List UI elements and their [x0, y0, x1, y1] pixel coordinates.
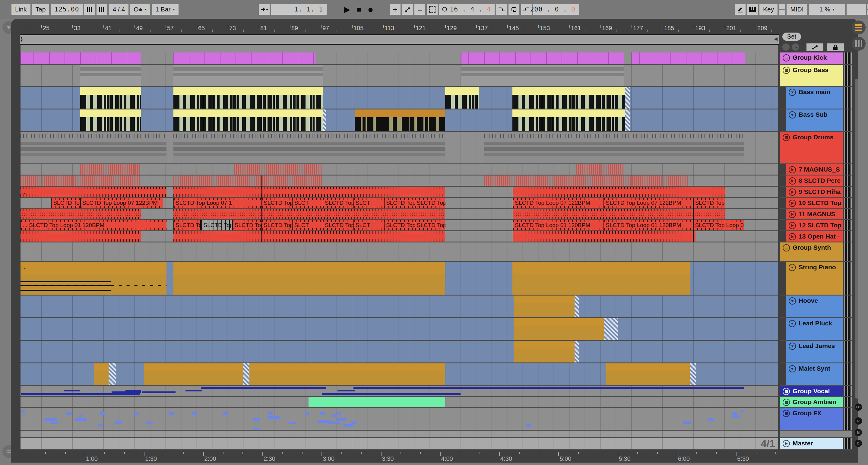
track-name-cell[interactable]: Group Ambien: [780, 397, 843, 407]
clip-rdot[interactable]: [174, 209, 445, 219]
track-name-cell[interactable]: 12 SLCTD Top: [786, 220, 843, 230]
track-header-group-drums[interactable]: Group Drums: [780, 132, 852, 164]
clip-rlab[interactable]: SLCTD Top Loop 01 1: [693, 220, 744, 230]
clip-rlab[interactable]: SLCTD Top: [415, 220, 445, 230]
clip-fx[interactable]: [98, 424, 103, 426]
lane-t13[interactable]: [21, 231, 778, 243]
clip-ynotes[interactable]: [174, 110, 323, 131]
lane-lead-pluck[interactable]: [21, 318, 778, 341]
clip-rlab[interactable]: SLCTD Top: [232, 220, 261, 230]
lane-lead-james[interactable]: [21, 341, 778, 363]
clip-rlab[interactable]: SLCTD Top Loop 07 122BPM: [513, 198, 603, 208]
track-header-t8[interactable]: 8 SLCTD Perc: [780, 176, 852, 187]
clip-rtick[interactable]: [513, 187, 725, 197]
clip-fx[interactable]: [337, 412, 341, 415]
track-name-cell[interactable]: Group Vocal: [780, 386, 843, 396]
clip-rlab[interactable]: SLCTD Top: [174, 220, 202, 230]
clip-ynotes[interactable]: [513, 87, 625, 108]
punch-in-button[interactable]: [496, 4, 507, 15]
clip-purple[interactable]: [236, 53, 251, 64]
clip-goldsus[interactable]: ...: [21, 262, 166, 294]
track-header-t12[interactable]: 12 SLCTD Top: [780, 220, 852, 231]
cpu-meter[interactable]: 1 %▾: [809, 4, 845, 15]
clip-purple[interactable]: [313, 53, 315, 64]
arrangement-view-toggle[interactable]: [852, 21, 866, 34]
clip-fx[interactable]: [134, 412, 138, 415]
clip-fx[interactable]: [732, 412, 737, 415]
clip-rlab[interactable]: SLCTD Top Loop 07 122BPM: [603, 198, 693, 208]
clip-fx[interactable]: [75, 417, 87, 421]
session-view-toggle[interactable]: [852, 37, 866, 51]
clip-navy[interactable]: [21, 393, 140, 395]
track-header-hoove[interactable]: Hoove: [780, 296, 852, 318]
group-fold-icon[interactable]: [782, 388, 790, 395]
track-fold-icon[interactable]: [788, 88, 796, 96]
lane-group-fx[interactable]: [21, 408, 778, 431]
lane-spacer[interactable]: [21, 431, 778, 438]
clip-rlab[interactable]: SLCTD Top: [51, 198, 80, 208]
clip-gnotes[interactable]: [174, 262, 445, 294]
track-fold-icon[interactable]: [788, 297, 796, 305]
clip-rlab[interactable]: SLCTD Top Loop 01 120BPM: [603, 220, 693, 230]
clip-fx[interactable]: [332, 414, 336, 417]
clip-fx[interactable]: [254, 428, 259, 431]
clip-rtick[interactable]: [513, 231, 695, 242]
clip-hatch[interactable]: [625, 110, 629, 131]
clip-purple[interactable]: [65, 53, 80, 64]
clip-grayov[interactable]: [461, 65, 624, 86]
capture-midi-button[interactable]: O: [439, 4, 450, 15]
clip-purple[interactable]: [515, 53, 531, 64]
track-name-cell[interactable]: Group Kick: [780, 53, 843, 64]
back-button[interactable]: ←: [782, 43, 789, 51]
time-signature-field[interactable]: 4 / 4: [109, 4, 128, 15]
lane-group-vocal[interactable]: [21, 386, 778, 397]
clip-navy[interactable]: [185, 390, 202, 392]
group-fold-icon[interactable]: [782, 398, 790, 406]
clip-rtick[interactable]: ...: [21, 187, 166, 197]
clip-fx[interactable]: [343, 424, 353, 427]
clip-hatch[interactable]: [690, 363, 696, 385]
track-play-icon[interactable]: [788, 188, 796, 196]
clip-gnotes[interactable]: [249, 363, 445, 385]
track-play-icon[interactable]: [788, 233, 796, 241]
clip-fx[interactable]: [305, 412, 309, 415]
lock-tool-button[interactable]: [827, 43, 844, 51]
lane-t12[interactable]: ... SLCTD Top Loop 01 120BPMSLCTD TopSLC…: [21, 220, 778, 231]
clip-fx[interactable]: [741, 410, 744, 412]
clip-purple[interactable]: [468, 53, 484, 64]
clip-ynotes[interactable]: [513, 110, 625, 131]
clip-rlab[interactable]: SLCTD Top: [415, 198, 445, 208]
link-button[interactable]: Link: [11, 4, 30, 15]
lane-t10[interactable]: SLCTD TopSLCTD Top Loop 07 122BPMSLCTD T…: [21, 198, 778, 209]
loop-length-field[interactable]: 200 . 0 . 0: [533, 4, 579, 15]
clip-fx[interactable]: [99, 412, 105, 415]
lane-group-kick[interactable]: [21, 53, 778, 65]
clip-rtick[interactable]: [174, 231, 445, 242]
track-fold-icon[interactable]: [788, 365, 796, 373]
clip-fx[interactable]: [351, 421, 356, 424]
clip-fx[interactable]: [44, 417, 57, 421]
track-header-group-vocal[interactable]: Group Vocal: [780, 386, 852, 397]
track-header-t7[interactable]: 7 MAGNUS_S: [780, 164, 852, 176]
clip-hatch[interactable]: [625, 87, 629, 108]
session-record-selection-button[interactable]: [427, 4, 438, 15]
stop-button[interactable]: ■: [354, 5, 364, 14]
lane-t8[interactable]: [21, 176, 778, 187]
clip-gnotes[interactable]: [514, 341, 575, 363]
group-fold-icon[interactable]: [782, 66, 790, 74]
clip-purple[interactable]: [702, 53, 717, 64]
clip-fx[interactable]: [268, 416, 280, 419]
clip-purple[interactable]: [80, 53, 96, 64]
track-header-group-synth[interactable]: Group Synth: [780, 243, 852, 262]
track-name-cell[interactable]: Lead Pluck: [786, 318, 843, 340]
clip-hatch[interactable]: [323, 110, 326, 131]
track-header-group-bass[interactable]: Group Bass: [780, 65, 852, 87]
track-name-cell[interactable]: Bass Sub: [786, 110, 843, 131]
draw-mode-button[interactable]: [735, 4, 746, 15]
clip-rlab[interactable]: SLCT: [353, 220, 384, 230]
track-name-cell[interactable]: [780, 431, 852, 437]
group-fold-icon[interactable]: [782, 133, 790, 142]
track-header-master[interactable]: Master: [780, 438, 852, 450]
lane-t11[interactable]: [21, 209, 778, 220]
clip-rvl[interactable]: [484, 176, 689, 186]
